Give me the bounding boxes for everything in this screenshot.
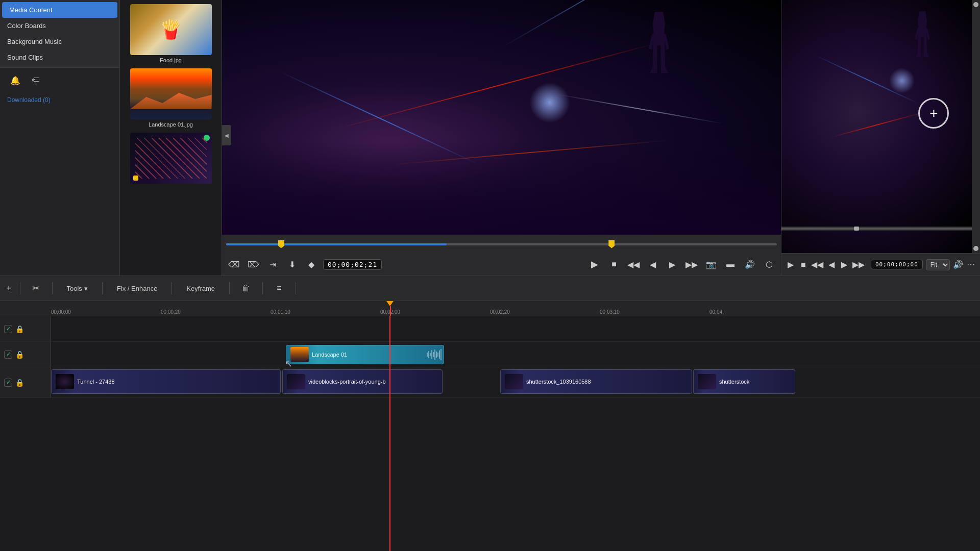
collapse-sidebar-button[interactable]: ◀ bbox=[222, 125, 231, 145]
fit-select[interactable]: Fit Fill 1:1 bbox=[926, 259, 950, 270]
track-1-area[interactable] bbox=[51, 316, 980, 341]
second-glow-orb bbox=[889, 68, 915, 93]
track-1-checkbox[interactable]: ✓ bbox=[4, 325, 12, 333]
horizontal-slider bbox=[781, 227, 972, 231]
track-2-area[interactable]: Landscape 01 bbox=[51, 342, 980, 367]
toolbar-divider-6 bbox=[262, 282, 263, 294]
trim-end-button[interactable]: ⌦ bbox=[246, 257, 261, 272]
sp-rewind-button[interactable]: ◀◀ bbox=[811, 257, 823, 272]
scrubber-track[interactable] bbox=[226, 243, 777, 245]
tools-button[interactable]: Tools ▾ bbox=[61, 282, 94, 295]
main-preview-panel: ⌫ ⌦ ⇥ ⬇ ◆ 00;00;02;21 ▶ ■ ◀◀ ◀ ▶ ▶▶ 📷 ▬ … bbox=[222, 0, 781, 276]
scissors-button[interactable]: ✂ bbox=[29, 281, 44, 296]
second-preview-video: + bbox=[781, 0, 980, 253]
waveform-bar bbox=[433, 352, 434, 357]
fix-enhance-button[interactable]: Fix / Enhance bbox=[111, 282, 164, 295]
add-media-button[interactable]: + bbox=[918, 98, 949, 129]
clip-shutterstock-thumb bbox=[505, 374, 523, 389]
track-3-area[interactable]: Tunnel - 27438 videoblocks-portrait-of-y… bbox=[51, 367, 980, 397]
marker-button[interactable]: ◆ bbox=[304, 257, 319, 272]
subtitles-button[interactable]: ▬ bbox=[723, 257, 738, 272]
add-track-button[interactable]: + bbox=[6, 283, 12, 294]
toolbar-divider-1 bbox=[20, 282, 20, 294]
media-item-video[interactable] bbox=[124, 133, 217, 186]
sidebar-item-sound-clips[interactable]: Sound Clips bbox=[0, 49, 119, 65]
track-1: ✓ 🔒 bbox=[0, 316, 980, 342]
v-slider-thumb-bottom[interactable] bbox=[973, 246, 978, 251]
downloaded-label[interactable]: Downloaded (0) bbox=[0, 92, 119, 108]
ruler-mark-5: 00;03;10 bbox=[600, 309, 620, 315]
keyframe-button[interactable]: Keyframe bbox=[180, 282, 221, 295]
toolbar: + ✂ Tools ▾ Fix / Enhance Keyframe 🗑 ≡ bbox=[0, 276, 980, 301]
track-1-lock[interactable]: 🔒 bbox=[15, 325, 24, 333]
fast-forward-button[interactable]: ▶▶ bbox=[684, 257, 699, 272]
sp-volume-button[interactable]: 🔊 bbox=[953, 257, 963, 272]
sidebar-item-background-music[interactable]: Background Music bbox=[0, 34, 119, 49]
stop-button[interactable]: ■ bbox=[606, 257, 622, 272]
next-frame-button[interactable]: ▶ bbox=[665, 257, 680, 272]
clip-tunnel-label: Tunnel - 27438 bbox=[77, 379, 115, 385]
track-2-checkbox[interactable]: ✓ bbox=[4, 350, 12, 359]
prev-frame-button[interactable]: ◀ bbox=[645, 257, 660, 272]
sp-more-button[interactable]: ⋯ bbox=[966, 257, 976, 272]
rewind-button[interactable]: ◀◀ bbox=[626, 257, 641, 272]
sp-stop-button[interactable]: ■ bbox=[798, 257, 808, 272]
track-2-lock[interactable]: 🔒 bbox=[15, 350, 24, 359]
waveform-bar bbox=[439, 350, 440, 359]
sidebar-item-media-content[interactable]: Media Content bbox=[2, 2, 117, 18]
insert-button[interactable]: ⇥ bbox=[265, 257, 280, 272]
media-thumb-landscape bbox=[130, 68, 212, 119]
track-3-checkbox[interactable]: ✓ bbox=[4, 379, 12, 387]
bookmark-icon[interactable]: 🔔 bbox=[7, 72, 23, 88]
tag-icon[interactable]: 🏷 bbox=[28, 72, 44, 88]
snapshot-button[interactable]: 📷 bbox=[703, 257, 719, 272]
volume-button[interactable]: 🔊 bbox=[742, 257, 757, 272]
overwrite-button[interactable]: ⬇ bbox=[284, 257, 300, 272]
scrubber-handle-right[interactable] bbox=[608, 240, 615, 248]
v-slider-thumb-top[interactable] bbox=[973, 2, 978, 7]
track-3-controls: ✓ 🔒 bbox=[0, 367, 51, 397]
media-item-landscape[interactable]: Landscape 01.jpg bbox=[124, 68, 217, 128]
track-2-controls: ✓ 🔒 bbox=[0, 342, 51, 367]
playhead-marker[interactable] bbox=[386, 301, 394, 306]
clip-shutterstock-1[interactable]: shutterstock_1039160588 bbox=[500, 369, 692, 394]
play-button[interactable]: ▶ bbox=[587, 257, 602, 272]
toolbar-divider-5 bbox=[229, 282, 230, 294]
waveform-bar bbox=[440, 349, 442, 360]
clip-tunnel-27438[interactable]: Tunnel - 27438 bbox=[51, 369, 281, 394]
sidebar-item-color-boards[interactable]: Color Boards bbox=[0, 18, 119, 34]
track-2: ✓ 🔒 Landscape 01 bbox=[0, 342, 980, 367]
clip-tunnel-thumb bbox=[56, 374, 74, 389]
h-slider-track[interactable] bbox=[781, 228, 972, 230]
track-1-controls: ✓ 🔒 bbox=[0, 316, 51, 341]
ruler-mark-0: 00;00;00 bbox=[51, 309, 71, 315]
export-button[interactable]: ⬡ bbox=[762, 257, 777, 272]
clip-waveform bbox=[427, 347, 442, 362]
sp-play-button[interactable]: ▶ bbox=[786, 257, 795, 272]
toolbar-divider-4 bbox=[172, 282, 172, 294]
trim-start-button[interactable]: ⌫ bbox=[226, 257, 241, 272]
list-button[interactable]: ≡ bbox=[271, 280, 287, 296]
timecode-display: 00;00;02;21 bbox=[323, 259, 382, 270]
sp-next-frame-button[interactable]: ▶ bbox=[840, 257, 849, 272]
sidebar: Media Content Color Boards Background Mu… bbox=[0, 0, 120, 276]
media-item-food[interactable]: Food.jpg bbox=[124, 4, 217, 63]
timeline-ruler: 00;00;00 00;00;20 00;01;10 00;02;00 00;0… bbox=[0, 301, 980, 316]
clip-portrait[interactable]: videoblocks-portrait-of-young-b bbox=[282, 369, 443, 394]
clip-landscape-01[interactable]: Landscape 01 bbox=[286, 345, 444, 364]
laser-blue-2 bbox=[501, 0, 720, 48]
clip-shutterstock-2[interactable]: shutterstock bbox=[693, 369, 795, 394]
second-preview-controls: ▶ ■ ◀◀ ◀ ▶ ▶▶ 00;00;00;00 Fit Fill 1:1 🔊… bbox=[781, 253, 980, 276]
h-slider-thumb[interactable] bbox=[854, 227, 859, 231]
scrubber-fill bbox=[226, 243, 447, 245]
clip-landscape-label: Landscape 01 bbox=[312, 352, 347, 358]
media-thumb-food bbox=[130, 4, 212, 55]
waveform-bar bbox=[428, 351, 429, 358]
sp-fast-forward-button[interactable]: ▶▶ bbox=[852, 257, 865, 272]
track-3-lock[interactable]: 🔒 bbox=[15, 379, 24, 387]
chevron-down-icon: ▾ bbox=[84, 285, 88, 292]
media-label-food: Food.jpg bbox=[160, 57, 182, 63]
sp-prev-frame-button[interactable]: ◀ bbox=[826, 257, 836, 272]
delete-button[interactable]: 🗑 bbox=[238, 280, 254, 296]
scrubber-handle-left[interactable] bbox=[278, 240, 284, 248]
